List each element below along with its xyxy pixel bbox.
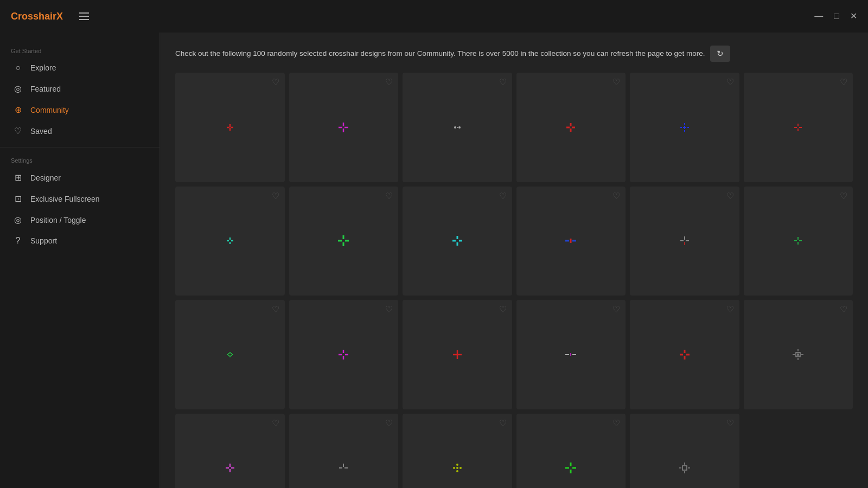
sidebar-item-explore[interactable]: ○ Explore [0, 57, 159, 78]
window-controls: — □ ✕ [814, 12, 857, 21]
svg-rect-56 [227, 354, 228, 355]
sidebar-item-featured[interactable]: ◎ Featured [0, 78, 159, 99]
crosshair-card[interactable]: ♡ [403, 300, 512, 409]
like-button[interactable]: ♡ [272, 77, 279, 87]
sidebar-item-saved[interactable]: ♡ Saved [0, 120, 159, 142]
section-label-settings: Settings [0, 153, 159, 167]
sidebar-item-exclusive-fullscreen[interactable]: ⊡ Exclusive Fullscreen [0, 188, 159, 209]
crosshair-card[interactable]: ♡ [289, 73, 399, 182]
svg-rect-57 [232, 354, 233, 355]
crosshair-card[interactable]: ♡ [175, 300, 285, 409]
sidebar-item-position-toggle[interactable]: ◎ Position / Toggle [0, 209, 159, 230]
svg-point-88 [456, 464, 458, 466]
svg-rect-15 [684, 123, 685, 125]
crosshair-card[interactable]: ♡ [516, 414, 626, 489]
close-button[interactable]: ✕ [850, 12, 857, 21]
svg-rect-18 [684, 130, 685, 132]
saved-icon: ♡ [13, 126, 23, 136]
svg-rect-66 [570, 353, 571, 356]
position-icon: ◎ [13, 215, 23, 225]
main-layout: Get Started ○ Explore ◎ Featured ⊕ Commu… [0, 33, 868, 488]
svg-rect-22 [687, 127, 689, 128]
like-button[interactable]: ♡ [272, 304, 279, 314]
crosshair-card[interactable]: ♡ [175, 73, 285, 182]
like-button[interactable]: ♡ [840, 304, 847, 314]
like-button[interactable]: ♡ [726, 77, 734, 87]
sidebar-label-support: Support [30, 236, 57, 245]
svg-rect-52 [228, 355, 229, 356]
sidebar: Get Started ○ Explore ◎ Featured ⊕ Commu… [0, 33, 160, 488]
like-button[interactable]: ♡ [499, 418, 507, 428]
like-button[interactable]: ♡ [499, 77, 507, 87]
svg-rect-53 [231, 355, 232, 356]
like-button[interactable]: ♡ [612, 304, 620, 314]
svg-rect-20 [683, 127, 685, 128]
like-button[interactable]: ♡ [726, 191, 734, 201]
svg-rect-55 [229, 356, 231, 357]
crosshair-card[interactable]: ♡ [630, 300, 739, 409]
like-button[interactable]: ♡ [612, 418, 620, 428]
crosshair-card[interactable]: ♡ [744, 73, 853, 182]
sidebar-item-designer[interactable]: ⊞ Designer [0, 167, 159, 188]
like-button[interactable]: ♡ [840, 77, 847, 87]
sidebar-label-saved: Saved [30, 127, 52, 136]
like-button[interactable]: ♡ [272, 191, 279, 201]
crosshair-card[interactable]: ♡ [516, 73, 626, 182]
svg-point-89 [456, 470, 458, 472]
like-button[interactable]: ♡ [385, 418, 393, 428]
refresh-button[interactable]: ↻ [710, 46, 730, 62]
like-button[interactable]: ♡ [726, 304, 734, 314]
svg-rect-94 [682, 466, 687, 470]
like-button[interactable]: ♡ [385, 191, 393, 201]
crosshair-card[interactable]: ♡ [744, 300, 853, 409]
sidebar-item-community[interactable]: ⊕ Community [0, 99, 159, 120]
sidebar-label-explore: Explore [30, 63, 56, 72]
titlebar: CrosshairX — □ ✕ [0, 0, 868, 33]
sidebar-label-featured: Featured [30, 85, 61, 93]
designer-icon: ⊞ [13, 172, 23, 183]
hamburger-menu[interactable] [79, 12, 89, 20]
crosshair-card[interactable]: ♡ [630, 73, 739, 182]
svg-rect-21 [685, 127, 686, 128]
app-title-accent: X [56, 11, 63, 22]
crosshair-card[interactable]: ♡ [630, 187, 739, 296]
crosshair-card[interactable]: ♡ [289, 300, 399, 409]
crosshair-card[interactable]: ♡ [516, 187, 626, 296]
maximize-button[interactable]: □ [834, 12, 839, 21]
sidebar-label-position-toggle: Position / Toggle [30, 216, 86, 224]
main-content: Check out the following 100 randomly sel… [160, 33, 868, 488]
explore-icon: ○ [13, 63, 23, 73]
crosshair-card[interactable]: ♡ [403, 187, 512, 296]
sidebar-label-designer: Designer [30, 174, 61, 182]
app-title-text: Crosshair [11, 11, 56, 22]
like-button[interactable]: ♡ [840, 191, 847, 201]
like-button[interactable]: ♡ [726, 418, 734, 428]
svg-point-85 [456, 467, 458, 469]
crosshair-card[interactable]: ♡ [744, 187, 853, 296]
like-button[interactable]: ♡ [499, 304, 507, 314]
svg-rect-19 [680, 127, 682, 128]
crosshair-card[interactable]: ♡ [516, 300, 626, 409]
svg-point-86 [453, 467, 455, 469]
featured-icon: ◎ [13, 84, 23, 94]
like-button[interactable]: ♡ [385, 304, 393, 314]
like-button[interactable]: ♡ [499, 191, 507, 201]
intro-text: Check out the following 100 randomly sel… [175, 46, 761, 62]
minimize-button[interactable]: — [814, 12, 823, 21]
section-label-get-started: Get Started [0, 43, 159, 57]
crosshair-card[interactable]: ♡ [289, 187, 399, 296]
crosshair-card[interactable]: ♡ [630, 414, 739, 489]
crosshair-card[interactable]: ♡ [175, 187, 285, 296]
like-button[interactable]: ♡ [385, 77, 393, 87]
sidebar-label-exclusive-fullscreen: Exclusive Fullscreen [30, 195, 100, 203]
crosshair-card[interactable]: ♡ [289, 414, 399, 489]
like-button[interactable]: ♡ [612, 191, 620, 201]
crosshair-card[interactable]: ♡ [403, 73, 512, 182]
crosshair-card[interactable]: ♡ [175, 414, 285, 489]
sidebar-label-community: Community [30, 106, 69, 114]
sidebar-item-support[interactable]: ? Support [0, 230, 159, 251]
like-button[interactable]: ♡ [272, 418, 279, 428]
like-button[interactable]: ♡ [612, 77, 620, 87]
crosshair-card[interactable]: ♡ [403, 414, 512, 489]
sidebar-divider [0, 147, 159, 147]
